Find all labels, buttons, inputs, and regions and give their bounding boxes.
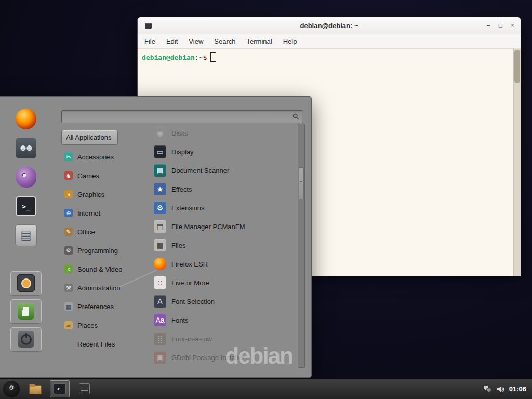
app-firefox-esr[interactable]: Firefox ESR [150, 255, 296, 273]
files-app-icon: ▦ [154, 239, 166, 251]
office-icon: ✎ [64, 228, 73, 236]
applications-list: ◉ Disks ▭ Display ▤ Document Scanner ★ E… [150, 124, 296, 370]
category-all-applications[interactable]: All Applications [61, 130, 118, 145]
accessories-icon: ✂ [64, 153, 73, 161]
category-graphics[interactable]: ◑ Graphics [61, 185, 142, 204]
terminal-title: debian@debian: ~ [138, 22, 521, 30]
font-selection-icon: A [154, 295, 166, 308]
minimize-button[interactable]: ‒ [487, 22, 490, 29]
file-manager-icon: ▤ [154, 220, 166, 233]
prompt-path: ~ [199, 54, 203, 61]
places-icon: ▰ [64, 321, 73, 329]
prompt-line: debian@debian:~$ [142, 52, 521, 62]
menu-search[interactable]: Search [214, 34, 235, 48]
category-sound-video[interactable]: ♫ Sound & Video [61, 260, 142, 278]
taskbar-file-manager[interactable] [26, 381, 45, 397]
app-fonts[interactable]: Aa Fonts [150, 311, 296, 329]
terminal-scrollbar-thumb[interactable] [514, 50, 520, 83]
close-button[interactable]: × [511, 22, 514, 29]
document-scanner-icon: ▤ [154, 164, 166, 177]
search-input[interactable] [62, 111, 291, 123]
prompt-separator: : [195, 54, 199, 61]
terminal-icon [16, 196, 36, 216]
menu-edit[interactable]: Edit [166, 34, 178, 48]
menu-terminal[interactable]: Terminal [247, 34, 272, 48]
category-recent-files[interactable]: Recent Files [61, 335, 142, 353]
favorite-pidgin[interactable] [11, 164, 41, 190]
app-display[interactable]: ▭ Display [150, 142, 296, 161]
menu-scrollbar[interactable] [298, 124, 305, 368]
search-bar[interactable] [61, 110, 303, 123]
graphics-icon: ◑ [64, 190, 73, 198]
category-administration[interactable]: ⚒ Administration [61, 278, 142, 297]
administration-icon: ⚒ [64, 284, 73, 292]
menu-view[interactable]: View [189, 34, 203, 48]
category-accessories[interactable]: ✂ Accessories [61, 148, 142, 166]
lock-screen-icon [17, 274, 35, 292]
menu-scrollbar-thumb[interactable] [299, 167, 304, 200]
four-in-a-row-icon: ⣿ [154, 332, 166, 345]
prompt-user-host: debian@debian [142, 54, 195, 61]
extensions-icon: ⚙ [154, 202, 166, 214]
pidgin-icon [16, 167, 36, 188]
category-programming[interactable]: ⚙ Programming [61, 241, 142, 260]
category-preferences[interactable]: ▦ Preferences [61, 297, 142, 316]
app-extensions[interactable]: ⚙ Extensions [150, 198, 296, 217]
app-effects[interactable]: ★ Effects [150, 180, 296, 198]
desktop: debian@debian: ~ ‒ □ × File Edit View Se… [0, 0, 532, 399]
taskbar: 01:06 [0, 378, 532, 399]
menu-help[interactable]: Help [283, 34, 297, 48]
fonts-icon: Aa [154, 314, 166, 326]
volume-icon[interactable] [496, 385, 504, 393]
category-places[interactable]: ▰ Places [61, 316, 142, 335]
network-icon[interactable] [483, 385, 491, 393]
display-icon: ▭ [154, 145, 166, 158]
recent-files-icon-slot [64, 340, 73, 348]
people-icon [16, 138, 36, 158]
app-five-or-more[interactable]: ∷ Five or More [150, 273, 296, 292]
logout-button[interactable] [10, 299, 42, 323]
categories-column: All Applications ✂ Accessories ♞ Games ◑… [61, 128, 142, 353]
effects-icon: ★ [154, 183, 166, 195]
debian-swirl-icon [6, 383, 17, 395]
favorite-terminal[interactable] [11, 193, 41, 219]
category-office[interactable]: ✎ Office [61, 222, 142, 241]
menu-button[interactable] [3, 381, 20, 397]
programming-icon: ⚙ [64, 246, 73, 255]
menu-file[interactable]: File [144, 34, 155, 48]
terminal-titlebar[interactable]: debian@debian: ~ ‒ □ × [138, 17, 521, 34]
favorite-files[interactable] [11, 222, 41, 248]
taskbar-terminal[interactable] [50, 380, 70, 397]
system-tray: 01:06 [483, 385, 532, 393]
search-icon [291, 112, 300, 122]
favorite-firefox[interactable] [11, 106, 41, 132]
terminal-taskbar-icon [54, 383, 66, 394]
terminal-cursor [210, 52, 216, 62]
files-icon [15, 224, 37, 246]
terminal-menubar: File Edit View Search Terminal Help [138, 34, 521, 49]
app-document-scanner[interactable]: ▤ Document Scanner [150, 161, 296, 180]
category-internet[interactable]: ⊕ Internet [61, 204, 142, 222]
shutdown-icon [18, 331, 34, 348]
games-icon: ♞ [64, 171, 73, 180]
sound-video-icon: ♫ [64, 265, 73, 273]
preferences-icon: ▦ [64, 302, 73, 311]
shutdown-button[interactable] [10, 327, 42, 351]
app-files[interactable]: ▦ Files [150, 236, 296, 255]
five-or-more-icon: ∷ [154, 276, 166, 289]
disks-icon: ◉ [154, 127, 166, 139]
application-menu: All Applications ✂ Accessories ♞ Games ◑… [0, 96, 312, 378]
app-file-manager-pcmanfm[interactable]: ▤ File Manager PCManFM [150, 217, 296, 236]
favorite-people-app[interactable] [11, 135, 41, 161]
app-font-selection[interactable]: A Font Selection [150, 292, 296, 311]
clock[interactable]: 01:06 [509, 385, 526, 393]
debian-watermark: debian [225, 343, 292, 369]
taskbar-text-editor[interactable] [75, 381, 94, 397]
lock-screen-button[interactable] [10, 271, 42, 295]
terminal-scrollbar[interactable] [513, 49, 521, 276]
prompt-symbol: $ [203, 54, 207, 61]
category-games[interactable]: ♞ Games [61, 166, 142, 185]
maximize-button[interactable]: □ [499, 22, 502, 29]
document-icon [79, 383, 90, 394]
app-disks[interactable]: ◉ Disks [150, 124, 296, 142]
